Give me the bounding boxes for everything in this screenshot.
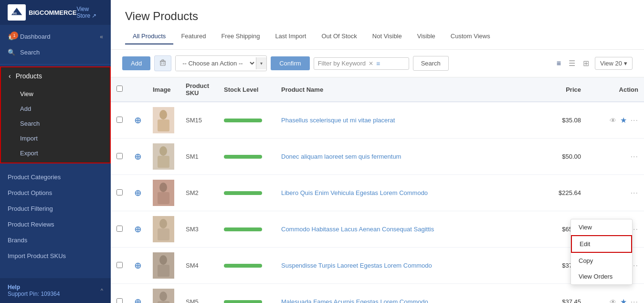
more-actions-icon[interactable]: ··· — [631, 152, 638, 161]
product-price: $225.64 — [533, 175, 587, 211]
product-image — [153, 180, 174, 206]
product-name[interactable]: Phasellus scelerisque ut mi vitae placer… — [275, 102, 533, 139]
visibility-icon[interactable]: 👁 — [610, 117, 616, 124]
logo-text: BIGCOMMERCE — [29, 9, 76, 16]
row-checkbox[interactable] — [116, 262, 123, 268]
add-row-icon[interactable]: ⊕ — [134, 225, 141, 234]
svg-point-23 — [159, 292, 167, 301]
submenu-item-search[interactable]: Search — [1, 116, 110, 131]
svg-rect-12 — [158, 156, 169, 168]
page-title: View Products — [125, 10, 630, 23]
tab-custom-views[interactable]: Custom Views — [443, 29, 498, 44]
product-thumbnail — [153, 180, 174, 206]
more-actions-icon[interactable]: ··· — [631, 189, 638, 197]
table-header-row: Image Product SKU Stock Level Product Na… — [111, 77, 644, 102]
table-row: ⊕ SM15 Phasellus scelerisque ut mi vitae — [111, 102, 644, 139]
action-select[interactable]: -- Choose an Action -- — [176, 56, 256, 71]
tab-featured[interactable]: Featured — [173, 29, 213, 44]
visibility-icon[interactable]: 👁 — [610, 298, 616, 303]
add-button[interactable]: Add — [122, 56, 150, 70]
svg-rect-18 — [158, 228, 169, 240]
add-row-icon[interactable]: ⊕ — [134, 188, 141, 198]
dropdown-view-item[interactable]: View — [571, 219, 632, 235]
product-thumbnail — [153, 216, 174, 242]
sidebar-link-product-categories[interactable]: Product Categories — [0, 169, 111, 185]
dropdown-arrow-icon[interactable]: ▾ — [256, 57, 266, 69]
add-row-icon[interactable]: ⊕ — [134, 297, 141, 303]
submenu-item-add[interactable]: Add — [1, 101, 110, 116]
product-name[interactable]: Malesuada Fames Acurpis Egestas Lorem Co… — [275, 284, 533, 303]
product-image — [153, 143, 174, 170]
products-table: Image Product SKU Stock Level Product Na… — [111, 77, 644, 303]
sidebar-footer-left: Help Support Pin: 109364 — [8, 284, 60, 297]
product-sku: SM1 — [180, 139, 218, 175]
view-count-label: View 20 — [600, 60, 622, 67]
select-all-checkbox[interactable] — [116, 86, 123, 92]
confirm-button[interactable]: Confirm — [271, 56, 310, 70]
more-actions-icon[interactable]: ··· — [631, 116, 638, 125]
sidebar-nav-top: 🏠 Dashboard 1 « 🔍 Search — [0, 25, 111, 65]
sidebar-item-search[interactable]: 🔍 Search — [0, 44, 111, 60]
submenu-item-import[interactable]: Import — [1, 131, 110, 146]
svg-rect-9 — [158, 119, 169, 131]
add-row-icon[interactable]: ⊕ — [134, 116, 141, 125]
row-checkbox[interactable] — [116, 189, 123, 195]
product-sku: SM2 — [180, 175, 218, 211]
row-checkbox[interactable] — [116, 153, 123, 159]
view-count-dropdown[interactable]: View 20 ▾ — [595, 57, 633, 70]
submenu-item-export[interactable]: Export — [1, 146, 110, 161]
table-row: ⊕ SM4 Suspendisse Turpis Laoreet Egestas — [111, 248, 644, 284]
product-sku: SM4 — [180, 248, 218, 284]
product-name[interactable]: Libero Quis Enim Vehicula Egestas Lorem … — [275, 175, 533, 211]
svg-point-20 — [159, 255, 167, 265]
collapse-icon[interactable]: « — [100, 33, 103, 40]
view-store-link[interactable]: View Store ↗ — [76, 6, 103, 19]
sidebar-link-product-reviews[interactable]: Product Reviews — [0, 216, 111, 232]
product-name[interactable]: Suspendisse Turpis Laoreet Egestas Lorem… — [275, 248, 533, 284]
svg-point-8 — [159, 110, 167, 119]
sidebar-link-product-filtering[interactable]: Product Filtering — [0, 201, 111, 216]
add-row-icon[interactable]: ⊕ — [134, 261, 141, 271]
filter-clear-icon[interactable]: ✕ — [369, 60, 373, 67]
row-checkbox[interactable] — [116, 117, 123, 123]
filter-settings-icon[interactable]: ≡ — [376, 60, 380, 67]
sidebar-link-brands[interactable]: Brands — [0, 232, 111, 248]
help-label[interactable]: Help — [8, 284, 60, 291]
add-row-icon[interactable]: ⊕ — [134, 152, 141, 162]
tab-last-import[interactable]: Last Import — [267, 29, 314, 44]
row-checkbox[interactable] — [116, 226, 123, 232]
collapse-footer-icon[interactable]: ^ — [101, 288, 103, 293]
sidebar-item-dashboard[interactable]: 🏠 Dashboard 1 « — [0, 29, 111, 44]
dropdown-edit-item[interactable]: Edit — [571, 235, 632, 253]
row-checkbox[interactable] — [116, 298, 123, 303]
product-name[interactable]: Donec aliquam laoreet sem quis fermentum — [275, 139, 533, 175]
products-section-label: Products — [16, 72, 42, 80]
dropdown-view-orders-item[interactable]: View Orders — [571, 269, 632, 284]
sidebar-link-product-options[interactable]: Product Options — [0, 185, 111, 201]
compact-view-icon[interactable]: ☰ — [567, 57, 577, 70]
stock-bar — [224, 227, 262, 231]
list-view-icon[interactable]: ≡ — [555, 57, 563, 70]
product-sku: SM3 — [180, 211, 218, 248]
stock-bar — [224, 155, 262, 159]
products-header[interactable]: ‹ Products — [1, 67, 110, 85]
search-button[interactable]: Search — [413, 56, 449, 71]
filter-area: Filter by Keyword ✕ ≡ — [314, 57, 409, 70]
product-name[interactable]: Commodo Habitasse Lacus Aenean Consequat… — [275, 211, 533, 248]
dropdown-copy-item[interactable]: Copy — [571, 253, 632, 269]
tab-not-visible[interactable]: Not Visible — [365, 29, 410, 44]
product-image — [153, 252, 174, 279]
featured-icon[interactable]: ★ — [620, 116, 627, 125]
grid-view-icon[interactable]: ⊞ — [581, 57, 591, 70]
tab-all-products[interactable]: All Products — [125, 29, 173, 44]
tab-out-of-stock[interactable]: Out Of Stock — [314, 29, 364, 44]
submenu-item-view[interactable]: View — [1, 87, 110, 101]
sidebar-link-import-skus[interactable]: Import Product SKUs — [0, 248, 111, 264]
stock-bar — [224, 119, 262, 122]
featured-icon[interactable]: ★ — [620, 297, 627, 303]
delete-button[interactable] — [154, 55, 171, 71]
tab-visible[interactable]: Visible — [410, 29, 443, 44]
svg-rect-24 — [158, 301, 169, 303]
more-actions-icon[interactable]: ··· — [631, 298, 638, 303]
tab-free-shipping[interactable]: Free Shipping — [213, 29, 267, 44]
